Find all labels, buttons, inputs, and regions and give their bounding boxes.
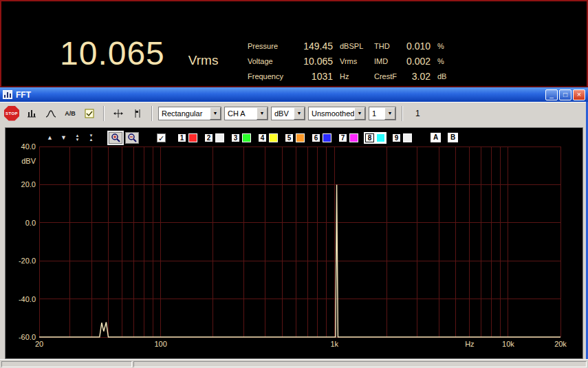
- averaging-value: 1: [369, 109, 384, 118]
- curve-icon: [45, 109, 56, 118]
- channel-button-6[interactable]: 6: [311, 133, 332, 143]
- toolbar: STOP A/B Rectangular ▼ CH A ▼: [0, 102, 588, 124]
- close-icon: ×: [577, 90, 581, 98]
- zoom-out-button[interactable]: [125, 132, 139, 144]
- channel-number: 9: [392, 133, 401, 142]
- zoom-in-icon: [111, 133, 120, 142]
- channel-color-swatch: [296, 133, 305, 142]
- channel-number: 6: [312, 133, 320, 142]
- cursor-icon: [113, 109, 124, 118]
- status-bar: [0, 359, 588, 368]
- svg-text:40.0: 40.0: [21, 142, 36, 151]
- scroll-up-button[interactable]: ▲: [45, 133, 54, 142]
- window-icon: [3, 90, 12, 99]
- ab-compare-button[interactable]: A/B: [62, 106, 78, 121]
- spectrum-curve-button[interactable]: [43, 106, 59, 121]
- smoothing-select[interactable]: Unsmoothed ▼: [308, 107, 366, 120]
- fft-plot[interactable]: 40.020.00.0-20.0-40.0-60.0dBV201001k10k2…: [6, 128, 582, 358]
- readout-unit: Hz: [340, 69, 374, 84]
- window-function-select[interactable]: Rectangular ▼: [158, 107, 221, 120]
- scroll-down-button[interactable]: ▼: [59, 133, 68, 142]
- bars-icon: [26, 109, 37, 118]
- averaging-select[interactable]: 1 ▼: [369, 107, 396, 120]
- spectrum-bars-button[interactable]: [23, 106, 40, 121]
- svg-text:-60.0: -60.0: [19, 333, 36, 341]
- channel-button-9[interactable]: 9: [391, 133, 413, 143]
- channel-number: 8: [365, 133, 374, 142]
- screen: 10.065 Vrms Pressure 149.45 dBSPL THD 0.…: [0, 0, 588, 368]
- stop-icon: STOP: [4, 106, 19, 121]
- readout-value: 0.010: [404, 39, 437, 54]
- zoom-group: [109, 132, 142, 144]
- channel-color-swatch: [349, 133, 358, 142]
- window-function-value: Rectangular: [159, 109, 210, 118]
- unit-select[interactable]: dBV ▼: [271, 107, 305, 120]
- channel-button-1[interactable]: 1: [177, 133, 198, 143]
- close-button[interactable]: ×: [573, 89, 585, 100]
- overlay-button-b[interactable]: B: [448, 133, 458, 142]
- readout-value: 0.002: [404, 54, 437, 69]
- chevron-down-icon[interactable]: ▼: [257, 107, 268, 120]
- readout-value: 1031: [301, 69, 340, 84]
- expand-scale-button[interactable]: ▲ ▼: [73, 133, 82, 142]
- channel-color-swatch: [376, 133, 385, 142]
- svg-text:10k: 10k: [502, 340, 514, 348]
- readout-unit: dB: [437, 69, 457, 84]
- stop-button[interactable]: STOP: [3, 105, 21, 122]
- chevron-down-icon[interactable]: ▼: [354, 107, 365, 120]
- svg-text:-40.0: -40.0: [19, 295, 36, 303]
- svg-text:20k: 20k: [554, 340, 567, 348]
- scroll-down-icon: ▼: [61, 134, 67, 141]
- compress-scale-button[interactable]: ▼ ▲: [87, 133, 96, 142]
- channel-value: CH A: [225, 109, 257, 118]
- channel-button-3[interactable]: 3: [230, 133, 252, 143]
- overlay-button-a[interactable]: A: [431, 133, 441, 142]
- channel-number: 2: [204, 133, 213, 142]
- main-voltage-value: 10.065: [60, 34, 165, 72]
- channel-button-8[interactable]: 8: [364, 133, 386, 143]
- maximize-icon: □: [563, 91, 567, 98]
- svg-text:dBV: dBV: [21, 157, 36, 165]
- main-voltage-unit: Vrms: [188, 53, 219, 68]
- chevron-down-icon[interactable]: ▼: [294, 107, 305, 120]
- ab-icon: A/B: [65, 110, 76, 117]
- zoom-out-icon: [127, 133, 137, 142]
- status-cell-left: [1, 361, 132, 367]
- marker-button[interactable]: [129, 106, 146, 121]
- chart-checkbox[interactable]: ✓: [157, 133, 166, 142]
- channel-number: 7: [338, 133, 347, 142]
- avg-count: 1: [415, 109, 420, 118]
- chevron-down-icon[interactable]: ▼: [210, 107, 221, 120]
- chevron-down-icon[interactable]: ▼: [384, 107, 395, 120]
- cursor-button[interactable]: [110, 106, 127, 121]
- readout-label: CrestF: [374, 69, 404, 84]
- readout-unit: dBSPL: [340, 39, 374, 54]
- checklist-icon: [85, 109, 94, 118]
- readout-unit: Vrms: [340, 54, 374, 69]
- channel-select[interactable]: CH A ▼: [224, 107, 268, 120]
- svg-text:20: 20: [35, 340, 43, 348]
- channel-button-5[interactable]: 5: [284, 133, 305, 143]
- main-reading: 10.065 Vrms: [60, 34, 218, 72]
- readout-value: 149.45: [301, 39, 340, 54]
- readout-label: THD: [374, 39, 404, 54]
- checklist-button[interactable]: [81, 106, 98, 121]
- marker-icon: [132, 109, 143, 118]
- minimize-button[interactable]: _: [545, 89, 558, 100]
- compress-icon-bottom: ▲: [87, 138, 96, 142]
- toolbar-separator: [151, 106, 153, 121]
- svg-text:0.0: 0.0: [25, 219, 36, 227]
- zoom-in-button[interactable]: [109, 132, 122, 144]
- channel-color-swatch: [215, 133, 224, 142]
- toolbar-separator: [103, 106, 105, 121]
- maximize-button[interactable]: □: [559, 89, 571, 100]
- channel-number: 1: [177, 133, 186, 142]
- channel-button-7[interactable]: 7: [338, 133, 359, 143]
- readout-label: Frequency: [248, 69, 301, 84]
- channel-button-2[interactable]: 2: [204, 133, 225, 143]
- title-bar: FFT _ □ ×: [0, 87, 588, 102]
- meter-readouts: Pressure 149.45 dBSPL THD 0.010 % Voltag…: [248, 39, 457, 84]
- unit-value: dBV: [272, 109, 294, 118]
- channel-button-4[interactable]: 4: [257, 133, 279, 143]
- svg-text:20.0: 20.0: [21, 180, 36, 188]
